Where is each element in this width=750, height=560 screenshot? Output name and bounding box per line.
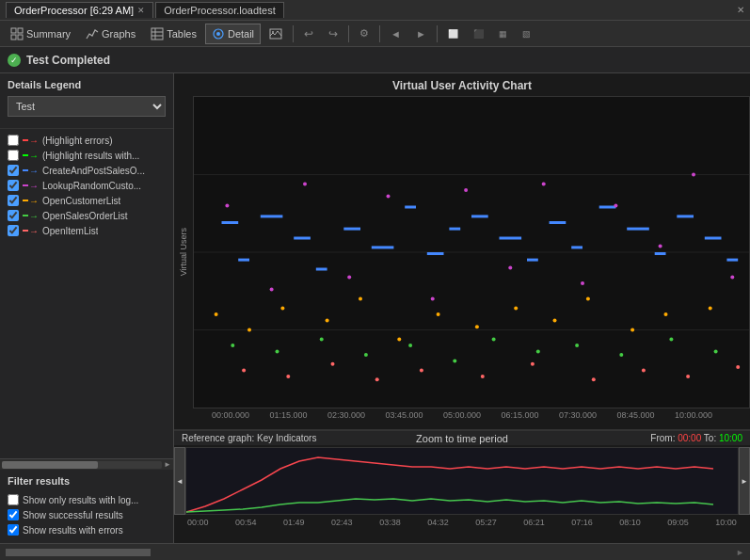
svg-point-41 [431, 297, 435, 301]
svg-point-48 [692, 173, 695, 177]
from-to: From: 00:00 To: 10:00 [650, 433, 742, 443]
separator-2 [348, 25, 349, 42]
title-bar: OrderProcessor [6:29 AM] ✕ OrderProcesso… [0, 0, 750, 21]
scroll-thumb [2, 461, 98, 469]
svg-point-43 [508, 266, 512, 270]
svg-rect-31 [627, 228, 649, 231]
legend-checkbox-lookup[interactable] [8, 180, 19, 191]
svg-rect-28 [550, 221, 566, 224]
svg-rect-15 [222, 221, 239, 224]
svg-point-84 [642, 368, 646, 372]
filter-item-successful: Show successful results [8, 507, 166, 522]
ref-x-4: 03:38 [379, 518, 401, 527]
detail-icon [212, 27, 225, 40]
redo-button[interactable]: ↪ [322, 24, 344, 44]
ref-x-8: 07:16 [571, 518, 593, 527]
svg-point-81 [481, 375, 485, 378]
detail-button[interactable]: Detail [205, 24, 261, 44]
svg-rect-20 [343, 228, 360, 231]
ref-x-1: 00:54 [235, 518, 257, 527]
svg-point-44 [542, 182, 546, 185]
to-value: 10:00 [719, 433, 742, 443]
svg-rect-25 [471, 215, 488, 217]
svg-point-54 [359, 297, 362, 301]
legend-item-sales-order: → OpenSalesOrderList [8, 208, 166, 223]
settings-button[interactable]: ⚙ [353, 24, 375, 44]
legend-horizontal-scrollbar[interactable]: ► [0, 458, 173, 470]
status-scroll-thumb [6, 549, 151, 556]
main-content: Details Legend Test Transaction Request … [0, 73, 750, 543]
tables-button[interactable]: Tables [144, 24, 203, 44]
x-label-2: 02:30.000 [327, 410, 365, 420]
filter-item-errors: Show results with errors [8, 522, 166, 537]
svg-rect-35 [726, 259, 738, 262]
svg-rect-34 [705, 237, 722, 240]
ref-scroll-right-button[interactable]: ► [739, 447, 750, 515]
scroll-right-btn[interactable]: ► [164, 460, 171, 469]
tab-active[interactable]: OrderProcessor [6:29 AM] ✕ [6, 2, 153, 18]
svg-point-46 [614, 204, 617, 208]
svg-point-77 [286, 375, 290, 378]
graphs-button[interactable]: Graphs [79, 24, 142, 44]
separator-3 [379, 25, 380, 42]
filter-checkbox-successful[interactable] [8, 509, 19, 520]
summary-button[interactable]: Summary [4, 24, 77, 44]
right-panel: Virtual User Activity Chart Virtual User… [174, 73, 750, 543]
legend-checkbox-customer-list[interactable] [8, 195, 19, 206]
prev-button[interactable]: ◄ [384, 24, 407, 44]
svg-point-49 [730, 275, 734, 279]
tables-icon [151, 27, 164, 40]
tab-inactive[interactable]: OrderProcessor.loadtest [155, 2, 284, 18]
svg-rect-29 [571, 246, 582, 248]
ref-scroll-left-button[interactable]: ◄ [174, 447, 185, 515]
svg-point-53 [326, 319, 329, 323]
svg-point-71 [536, 350, 540, 354]
svg-point-85 [686, 375, 690, 378]
status-scrollbar[interactable] [6, 549, 728, 556]
legend-checkbox-highlight-errors[interactable] [8, 135, 19, 146]
legend-dropdown[interactable]: Test Transaction Request [8, 96, 166, 117]
filter-checkbox-errors[interactable] [8, 524, 19, 536]
separator-4 [437, 25, 438, 42]
zoom-title: Zoom to time period [416, 433, 508, 444]
svg-rect-19 [316, 268, 327, 271]
svg-point-36 [225, 204, 229, 208]
legend-item-highlight-errors: → (Highlight errors) [8, 133, 166, 148]
legend-label-lookup: LookupRandomCusto... [42, 181, 141, 191]
undo-button[interactable]: ↩ [297, 24, 320, 44]
x-label-8: 10:00.000 [675, 410, 712, 420]
svg-point-63 [709, 306, 712, 310]
image-icon [269, 27, 282, 40]
legend-checkbox-highlight-results[interactable] [8, 150, 19, 161]
legend-checkbox-item-list[interactable] [8, 225, 19, 236]
svg-rect-22 [405, 206, 416, 209]
filter-checkbox-log[interactable] [8, 494, 19, 505]
image-button[interactable] [263, 24, 289, 44]
legend-item-lookup: → LookupRandomCusto... [8, 178, 166, 193]
ref-chart-canvas [185, 447, 739, 515]
svg-point-68 [408, 344, 412, 347]
svg-rect-16 [238, 259, 249, 262]
extra-button-3[interactable]: ▦ [492, 24, 514, 44]
window-close-icon[interactable]: ✕ [737, 5, 744, 15]
main-chart-title: Virtual User Activity Chart [174, 73, 750, 96]
tab-close-icon[interactable]: ✕ [137, 6, 145, 15]
svg-rect-0 [11, 28, 16, 33]
scroll-right-status[interactable]: ► [736, 548, 744, 557]
ref-x-0: 00:00 [187, 518, 209, 527]
svg-point-52 [280, 306, 284, 310]
svg-point-83 [592, 377, 596, 381]
filter-label-log: Show only results with log... [23, 495, 138, 505]
legend-item-highlight-results: → (Highlight results with... [8, 148, 166, 163]
ref-graph-header: Reference graph: Key Indicators Zoom to … [174, 430, 750, 445]
extra-button-4[interactable]: ▧ [516, 24, 537, 44]
filter-item-log: Show only results with log... [8, 492, 166, 507]
extra-button-1[interactable]: ⬜ [441, 24, 465, 44]
legend-checkbox-sales-order[interactable] [8, 210, 19, 221]
from-value: 00:00 [678, 433, 701, 443]
y-axis-label: Virtual Users [179, 228, 188, 276]
legend-checkbox-create-post[interactable] [8, 165, 19, 176]
next-button[interactable]: ► [409, 24, 433, 44]
legend-item-item-list: → OpenItemList [8, 223, 166, 238]
extra-button-2[interactable]: ⬛ [467, 24, 490, 44]
